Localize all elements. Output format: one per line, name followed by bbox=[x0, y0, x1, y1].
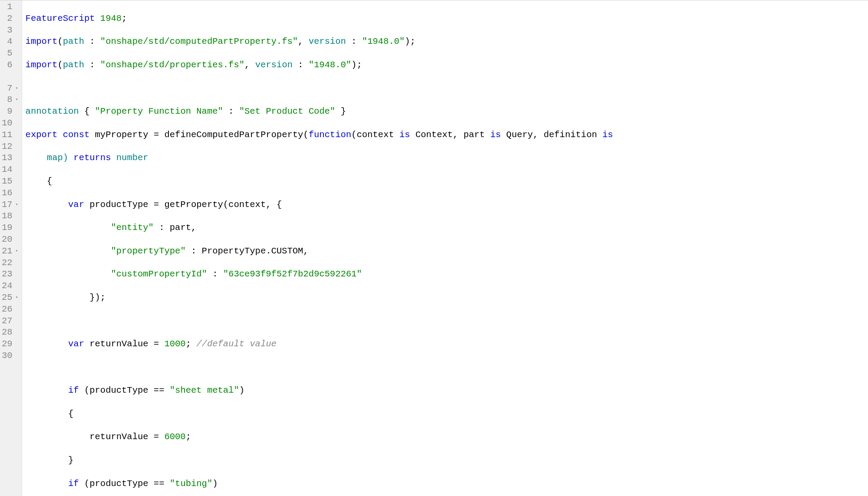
line-number[interactable]: 25▾ bbox=[2, 292, 18, 304]
code-line[interactable] bbox=[26, 362, 868, 374]
fold-icon[interactable]: ▾ bbox=[14, 199, 18, 211]
code-line[interactable]: if (productType == "sheet metal") bbox=[26, 385, 868, 397]
code-line[interactable]: }); bbox=[26, 292, 868, 304]
line-number[interactable]: 5 bbox=[2, 48, 18, 59]
line-number[interactable]: 8▾ bbox=[2, 94, 18, 106]
line-number[interactable]: 1 bbox=[2, 1, 18, 13]
code-line[interactable] bbox=[26, 83, 868, 95]
line-number[interactable]: 12 bbox=[2, 141, 18, 153]
line-number[interactable]: 6 bbox=[2, 59, 18, 71]
line-number[interactable]: 26 bbox=[2, 304, 18, 315]
line-number[interactable]: 17▾ bbox=[2, 199, 18, 211]
code-line[interactable]: import(path : "onshape/std/properties.fs… bbox=[26, 59, 868, 71]
line-number[interactable]: 27 bbox=[2, 315, 18, 327]
line-number[interactable]: 14 bbox=[2, 164, 18, 176]
code-line[interactable]: map) returns number bbox=[26, 152, 868, 164]
code-line[interactable]: import(path : "onshape/std/computedPartP… bbox=[26, 36, 868, 48]
code-line[interactable]: "customPropertyId" : "63ce93f9f52f7b2d9c… bbox=[26, 269, 868, 280]
code-line[interactable]: export const myProperty = defineComputed… bbox=[26, 129, 868, 141]
line-number[interactable]: 15 bbox=[2, 176, 18, 187]
line-number[interactable]: 28 bbox=[2, 327, 18, 338]
code-line[interactable]: var productType = getProperty(context, { bbox=[26, 199, 868, 211]
fold-icon[interactable]: ▾ bbox=[14, 292, 18, 304]
line-number[interactable]: 30 bbox=[2, 350, 18, 362]
line-number[interactable]: 22 bbox=[2, 257, 18, 269]
line-number[interactable]: 9 bbox=[2, 106, 18, 118]
line-number[interactable]: 18 bbox=[2, 210, 18, 222]
line-number[interactable]: 4 bbox=[2, 36, 18, 48]
line-number[interactable]: 21▾ bbox=[2, 246, 18, 257]
fold-icon[interactable]: ▾ bbox=[14, 94, 18, 106]
line-number[interactable]: 16 bbox=[2, 187, 18, 199]
code-line[interactable]: { bbox=[26, 176, 868, 187]
line-number[interactable]: 13 bbox=[2, 152, 18, 164]
line-number[interactable]: 19 bbox=[2, 222, 18, 234]
line-number[interactable]: 20 bbox=[2, 234, 18, 246]
line-number[interactable]: 7▾ bbox=[2, 83, 18, 95]
code-line[interactable] bbox=[26, 315, 868, 327]
code-line[interactable]: if (productType == "tubing") bbox=[26, 478, 868, 490]
line-number[interactable]: 6 bbox=[2, 71, 18, 83]
fold-icon[interactable]: ▾ bbox=[14, 246, 18, 257]
code-line[interactable]: "entity" : part, bbox=[26, 222, 868, 234]
code-line[interactable]: "propertyType" : PropertyType.CUSTOM, bbox=[26, 246, 868, 257]
code-editor[interactable]: FeatureScript 1948; import(path : "onsha… bbox=[22, 0, 868, 496]
line-number-gutter: 1 2 3 4 5 6 6 7▾ 8▾ 9 10 11 12 13 14 15 … bbox=[0, 0, 22, 496]
code-line[interactable]: } bbox=[26, 455, 868, 466]
fold-icon[interactable]: ▾ bbox=[14, 83, 18, 95]
line-number[interactable]: 3 bbox=[2, 25, 18, 36]
code-line[interactable]: annotation { "Property Function Name" : … bbox=[26, 106, 868, 118]
line-number[interactable]: 23 bbox=[2, 269, 18, 280]
line-number[interactable]: 10 bbox=[2, 118, 18, 129]
code-line[interactable]: returnValue = 6000; bbox=[26, 431, 868, 443]
code-line[interactable]: { bbox=[26, 408, 868, 420]
code-line[interactable]: var returnValue = 1000; //default value bbox=[26, 338, 868, 350]
code-line[interactable]: FeatureScript 1948; bbox=[26, 13, 868, 25]
line-number[interactable]: 29 bbox=[2, 338, 18, 350]
line-number[interactable]: 2 bbox=[2, 13, 18, 25]
line-number[interactable]: 11 bbox=[2, 129, 18, 141]
line-number[interactable]: 24 bbox=[2, 280, 18, 292]
